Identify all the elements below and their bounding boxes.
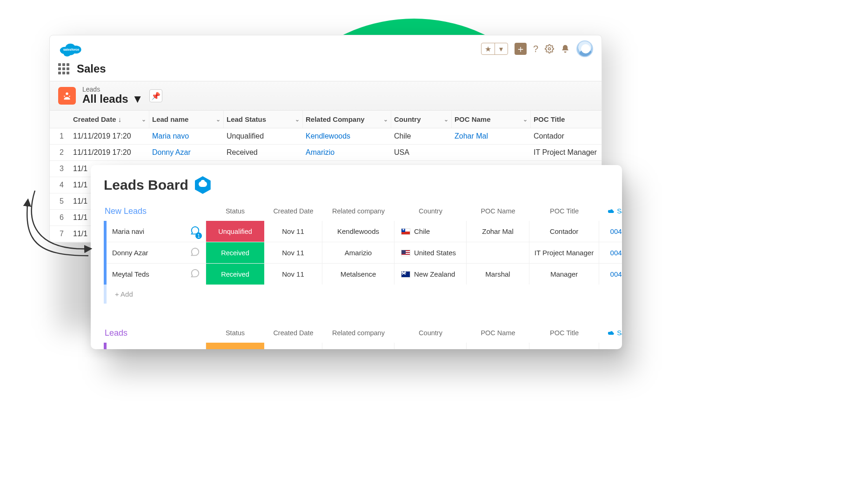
- row-number: 1: [50, 128, 70, 144]
- cell-country: Chile: [391, 128, 452, 144]
- svg-point-7: [66, 93, 68, 95]
- board-col[interactable]: POC Title: [529, 203, 599, 219]
- avatar[interactable]: [576, 40, 593, 57]
- group-header: New LeadsStatusCreated DateRelated compa…: [104, 201, 609, 221]
- pin-button[interactable]: 📌: [149, 89, 162, 102]
- cell-created-date: 11/11/2019 17:20: [70, 128, 149, 144]
- cell-salesforce-id[interactable]: 00456775639: [599, 263, 622, 285]
- board-col[interactable]: POC Name: [467, 203, 529, 219]
- cell-item-name[interactable]: Donny Azar: [107, 242, 206, 263]
- board-col-salesforce[interactable]: Salesforce ...: [599, 325, 622, 341]
- cell-item-name[interactable]: Meytal Teds: [107, 263, 206, 285]
- cell-poc-name[interactable]: Zohar Mal: [452, 128, 531, 144]
- board-col[interactable]: Country: [395, 325, 467, 341]
- cell-created-date: Nov 11: [264, 221, 322, 242]
- cell-poc-name: Marshal: [467, 263, 529, 285]
- flag-icon: [401, 228, 410, 235]
- chevron-down-icon[interactable]: ▾: [495, 43, 508, 54]
- chat-icon[interactable]: [190, 268, 200, 280]
- col-rownum: [50, 115, 70, 124]
- col-related-company[interactable]: Related Company⌄: [303, 111, 391, 128]
- cell-country: Chile: [395, 221, 467, 242]
- board-col[interactable]: Created Date: [264, 325, 322, 341]
- board-row[interactable]: [104, 343, 609, 349]
- integration-hex-icon[interactable]: [195, 176, 211, 194]
- chevron-down-icon[interactable]: ▼: [132, 93, 143, 106]
- star-icon[interactable]: ★: [482, 43, 495, 54]
- lead-object-icon: [58, 87, 76, 105]
- cell-poc-title: IT Project Manager: [531, 145, 602, 160]
- cell-status[interactable]: Received: [206, 263, 264, 285]
- global-header: salesforce ★ ▾ ＋ ?: [50, 35, 602, 60]
- cell-created-date: Nov 11: [264, 263, 322, 285]
- board-row[interactable]: Meytal TedsReceivedNov 11MetalsenceNew Z…: [104, 263, 609, 285]
- cell-lead-name[interactable]: Donny Azar: [149, 145, 224, 160]
- object-label: Leads: [82, 86, 143, 93]
- salesforce-logo-icon: salesforce: [58, 40, 84, 58]
- cell-item-name[interactable]: Maria navi: [107, 221, 206, 242]
- table-header: Created Date ↓⌄ Lead name⌄ Lead Status⌄ …: [50, 111, 602, 128]
- col-created-date[interactable]: Created Date ↓⌄: [70, 111, 149, 128]
- global-add-button[interactable]: ＋: [515, 43, 527, 55]
- group-name[interactable]: Leads: [104, 324, 206, 343]
- cell-lead-status: Unqualified: [224, 128, 303, 144]
- chat-icon[interactable]: [190, 247, 200, 259]
- list-view-name[interactable]: All leads: [82, 93, 128, 106]
- col-lead-name[interactable]: Lead name⌄: [149, 111, 224, 128]
- setup-gear-icon[interactable]: [545, 44, 554, 53]
- cell-poc-title: Contador: [531, 128, 602, 144]
- favorites-split-button[interactable]: ★ ▾: [481, 43, 508, 55]
- cell-created-date: 11/11/2019 17:20: [70, 145, 149, 160]
- app-launcher-icon[interactable]: [58, 63, 69, 74]
- board-row[interactable]: Donny AzarReceivedNov 11AmarizioUnited S…: [104, 242, 609, 263]
- cell-related-company[interactable]: Amarizio: [303, 145, 391, 160]
- col-lead-status[interactable]: Lead Status⌄: [224, 111, 303, 128]
- cell-poc-title: Manager: [529, 263, 599, 285]
- board-col[interactable]: POC Title: [529, 325, 599, 341]
- cell-status[interactable]: Received: [206, 242, 264, 263]
- help-icon[interactable]: ?: [533, 44, 538, 54]
- cell-status[interactable]: Unqualified: [206, 221, 264, 242]
- col-country[interactable]: Country⌄: [391, 111, 452, 128]
- cell-salesforce-id[interactable]: 00456729008: [599, 221, 622, 242]
- cell-related-company[interactable]: Kendlewoods: [303, 128, 391, 144]
- cell-created-date: Nov 11: [264, 242, 322, 263]
- group-header: LeadsStatusCreated DateRelated companyCo…: [104, 323, 609, 343]
- row-number: 2: [50, 145, 70, 160]
- board-col[interactable]: POC Name: [467, 325, 529, 341]
- board-col[interactable]: Status: [206, 203, 264, 219]
- flag-icon: [401, 250, 410, 256]
- cell-poc-name[interactable]: [452, 149, 531, 156]
- board-col[interactable]: Country: [395, 203, 467, 219]
- cell-lead-name[interactable]: Maria navo: [149, 128, 224, 144]
- add-item-button[interactable]: + Add: [107, 285, 609, 304]
- board-col[interactable]: Created Date: [264, 203, 322, 219]
- board-row[interactable]: Maria naviUnqualifiedNov 11KendlewoodsCh…: [104, 221, 609, 242]
- sync-arrows-icon: [9, 172, 98, 265]
- board-col[interactable]: Related company: [322, 325, 395, 341]
- cell-poc-title: IT Project Manager: [529, 242, 599, 263]
- table-row[interactable]: 111/11/2019 17:20Maria navoUnqualifiedKe…: [50, 128, 602, 145]
- cell-country: New Zealand: [395, 263, 467, 285]
- col-poc-name[interactable]: POC Name⌄: [452, 111, 531, 128]
- svg-text:salesforce: salesforce: [63, 48, 79, 51]
- cell-lead-status: Received: [224, 145, 303, 160]
- board-col[interactable]: Related company: [322, 203, 395, 219]
- chat-icon[interactable]: [190, 225, 200, 237]
- app-name: Sales: [77, 62, 106, 75]
- cell-poc-title: Contador: [529, 221, 599, 242]
- cell-poc-name: Zohar Mal: [467, 221, 529, 242]
- cell-related-company: Amarizio: [322, 242, 395, 263]
- board-col-salesforce[interactable]: Salesforce ...: [599, 203, 622, 219]
- board-col[interactable]: Status: [206, 325, 264, 341]
- leads-board-card: Leads Board New LeadsStatusCreated DateR…: [91, 165, 622, 349]
- col-poc-title[interactable]: POC Title: [531, 111, 602, 128]
- notification-bell-icon[interactable]: [561, 44, 570, 53]
- cell-country: United States: [395, 242, 467, 263]
- group-name[interactable]: New Leads: [104, 202, 206, 221]
- cell-poc-name: [467, 242, 529, 263]
- svg-point-4: [64, 51, 71, 56]
- table-row[interactable]: 211/11/2019 17:20Donny AzarReceivedAmari…: [50, 145, 602, 161]
- cell-salesforce-id[interactable]: 00456463924: [599, 242, 622, 263]
- flag-icon: [401, 271, 410, 278]
